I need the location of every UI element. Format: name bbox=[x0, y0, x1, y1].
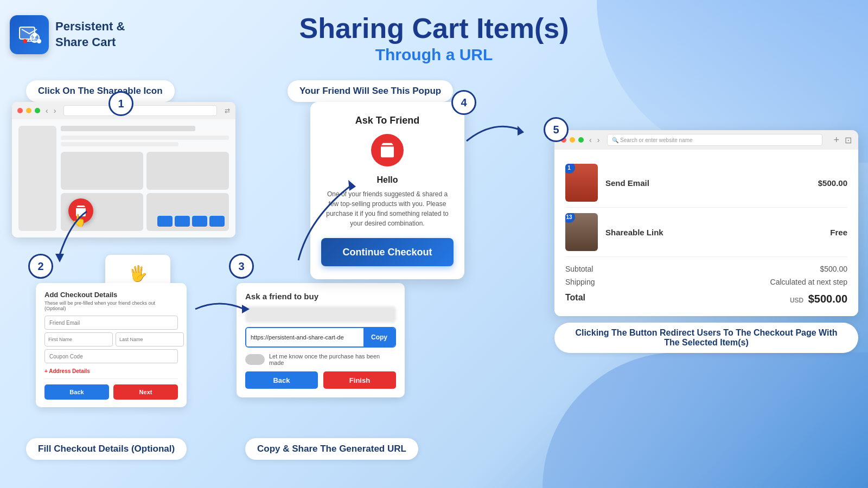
total-value: $500.00 bbox=[808, 293, 847, 305]
section-checkout-form: 2 Add Checkout Details These will be pre… bbox=[36, 254, 187, 407]
section-browser-mockup: 1 ‹ › ⇄ bbox=[12, 102, 235, 237]
browser-forward-r: › bbox=[597, 136, 600, 144]
item-thumb-1: 1 bbox=[565, 164, 598, 202]
share-url-card: Ask a friend to buy Copy Let me know onc… bbox=[237, 283, 405, 397]
step-1-circle: 1 bbox=[108, 91, 133, 116]
browser-dot-yellow bbox=[26, 108, 31, 113]
friend-email-input[interactable] bbox=[44, 316, 178, 330]
total-label: Total bbox=[565, 293, 585, 305]
form-next-button[interactable]: Next bbox=[113, 384, 178, 400]
cart-item-row-1: 1 Send Email $500.00 bbox=[565, 158, 847, 208]
currency-label: USD bbox=[790, 297, 803, 304]
url-input[interactable] bbox=[246, 328, 363, 346]
browser-new-tab: + bbox=[833, 134, 839, 146]
product-card-1 bbox=[61, 152, 143, 190]
content-line-1 bbox=[61, 126, 195, 131]
form-back-button[interactable]: Back bbox=[44, 384, 109, 400]
divider bbox=[44, 378, 178, 379]
name-row bbox=[44, 332, 178, 346]
checkout-form-subtitle: These will be pre-filled when your frien… bbox=[44, 300, 178, 311]
product-card-2 bbox=[146, 152, 229, 190]
last-name-input[interactable] bbox=[116, 332, 184, 346]
nav-dot-1 bbox=[157, 216, 173, 227]
label-redirect-info: Clicking The Button Redirect Users To Th… bbox=[554, 323, 858, 353]
browser-reload: ⇄ bbox=[225, 107, 230, 114]
form-btn-row: Back Next bbox=[44, 384, 178, 400]
browser-back-r: ‹ bbox=[589, 136, 592, 144]
main-heading: Sharing Cart Item(s) bbox=[0, 12, 868, 44]
label-fill-checkout: Fill Checkout Details (Optional) bbox=[26, 438, 187, 460]
first-name-input[interactable] bbox=[44, 332, 113, 346]
browser-window-left: ‹ › ⇄ bbox=[12, 102, 235, 237]
browser-dot-yellow-r bbox=[570, 137, 575, 143]
cart-totals: Subtotal $500.00 Shipping Calculated at … bbox=[565, 257, 847, 307]
browser-toolbar-right: ‹ › 🔍 Search or enter website name + ⊡ bbox=[554, 130, 858, 150]
label-click-shareable: Click On The Shareable Icon bbox=[26, 80, 175, 102]
item-price-2: Free bbox=[830, 228, 847, 237]
step-4-circle: 4 bbox=[451, 90, 476, 115]
browser-dot-green bbox=[35, 108, 40, 113]
step-3-circle: 3 bbox=[229, 254, 254, 279]
cart-item-row-2: 13 Shareable Link Free bbox=[565, 208, 847, 257]
nav-dot-4 bbox=[209, 216, 225, 227]
shipping-value: Calculated at next step bbox=[770, 278, 847, 286]
main-subheading: Through a URL bbox=[0, 46, 868, 64]
checkout-form-title: Add Checkout Details bbox=[44, 291, 178, 299]
section-popup: 4 Ask To Friend Hello One of your friend… bbox=[310, 102, 464, 279]
browser-body-right: 1 Send Email $500.00 13 Shareable Link F… bbox=[554, 150, 858, 316]
browser-menu-r: ⊡ bbox=[845, 135, 852, 145]
copy-button[interactable]: Copy bbox=[363, 328, 395, 346]
nav-dot-3 bbox=[192, 216, 207, 227]
item-badge-2: 13 bbox=[565, 213, 575, 223]
section-browser-right: 5 ‹ › 🔍 Search or enter website name + ⊡… bbox=[554, 130, 858, 353]
content-line-2 bbox=[61, 136, 229, 140]
share-url-title: Ask a friend to buy bbox=[245, 292, 396, 301]
item-price-1: $500.00 bbox=[818, 178, 847, 188]
label-friend-popup: Your Friend Will See This Popup bbox=[288, 80, 453, 102]
browser-dot-green-r bbox=[578, 137, 584, 143]
subtotal-label: Subtotal bbox=[565, 265, 593, 273]
item-name-1: Send Email bbox=[605, 178, 810, 188]
item-thumb-2: 13 bbox=[565, 213, 598, 251]
bg-decoration-bottom bbox=[542, 352, 868, 488]
total-amount: USD $500.00 bbox=[790, 293, 847, 305]
shipping-row: Shipping Calculated at next step bbox=[565, 275, 847, 288]
popup-cart-icon bbox=[371, 134, 404, 166]
arrow-4-5 bbox=[461, 108, 526, 152]
nav-dots bbox=[157, 216, 225, 227]
label-copy-url: Copy & Share The Generated URL bbox=[245, 438, 418, 460]
item-name-2: Shareable Link bbox=[605, 228, 822, 237]
popup-hello: Hello bbox=[321, 175, 454, 185]
blurred-url-line bbox=[245, 306, 396, 323]
popup-title: Ask To Friend bbox=[321, 115, 454, 126]
browser-url-right: 🔍 Search or enter website name bbox=[612, 137, 692, 143]
share-btn-row: Back Finish bbox=[245, 371, 396, 389]
browser-sidebar bbox=[18, 126, 56, 231]
cart-icon-svg bbox=[379, 142, 396, 159]
subtotal-row: Subtotal $500.00 bbox=[565, 262, 847, 275]
item-badge-1: 1 bbox=[565, 164, 575, 174]
cursor: 👆 bbox=[72, 214, 86, 228]
url-input-row: Copy bbox=[245, 327, 396, 348]
share-back-button[interactable]: Back bbox=[245, 371, 318, 389]
subtotal-value: $500.00 bbox=[820, 265, 847, 273]
popup-message: One of your friends suggested & shared a… bbox=[321, 189, 454, 228]
step-2-circle: 2 bbox=[28, 254, 53, 279]
notify-toggle-switch[interactable] bbox=[245, 354, 265, 365]
address-toggle[interactable]: + Address Details bbox=[44, 368, 178, 374]
browser-back-btn: ‹ bbox=[46, 106, 48, 115]
browser-forward-btn: › bbox=[54, 106, 56, 115]
checkout-form-card: Add Checkout Details These will be pre-f… bbox=[36, 283, 187, 407]
continue-checkout-button[interactable]: Continue Checkout bbox=[321, 238, 454, 266]
browser-body-left: 👆 bbox=[12, 119, 235, 237]
coupon-code-input[interactable] bbox=[44, 349, 178, 363]
popup-card: Ask To Friend Hello One of your friends … bbox=[310, 102, 464, 279]
main-title-area: Sharing Cart Item(s) Through a URL bbox=[0, 12, 868, 64]
browser-url-bar bbox=[63, 105, 217, 116]
step-5-circle: 5 bbox=[544, 117, 569, 142]
browser-window-right: ‹ › 🔍 Search or enter website name + ⊡ 1… bbox=[554, 130, 858, 316]
notify-text: Let me know once the purchase has been m… bbox=[269, 353, 396, 366]
nav-dot-2 bbox=[175, 216, 190, 227]
total-row: Total USD $500.00 bbox=[565, 291, 847, 307]
finish-button[interactable]: Finish bbox=[323, 371, 396, 389]
